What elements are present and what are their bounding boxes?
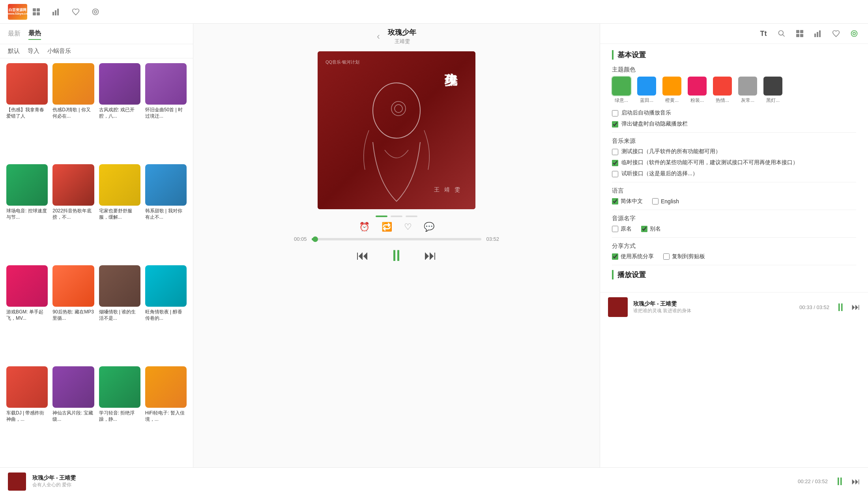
playlist-item[interactable]: 烟嗓情歌 | 谁的生活不是...	[99, 265, 140, 362]
playlist-item[interactable]: 旺角情歌夜 | 醇香传巷的...	[145, 265, 187, 362]
sources-container: 测试接口（几乎软件的所有功能都可用） 临时接口（软件的某些功能不可用，建议测试接…	[612, 148, 856, 177]
bottom-play-button[interactable]: ⏸	[834, 475, 845, 488]
lang-en-checkbox[interactable]	[652, 198, 658, 204]
comment-icon[interactable]: 💬	[424, 222, 434, 232]
bottom-next-button[interactable]: ⏭	[851, 476, 860, 487]
lang-zh-checkbox[interactable]	[612, 198, 618, 204]
playlist-item[interactable]: 2022抖音热歌年底捞，不...	[52, 164, 94, 261]
source-checkbox-temp[interactable]	[612, 160, 618, 166]
color-option-orange[interactable]: 橙黄...	[662, 77, 681, 104]
next-button[interactable]: ⏭	[424, 248, 437, 263]
repeat-icon[interactable]: 🔁	[382, 222, 392, 232]
playback-section-title: 播放设置	[612, 270, 856, 279]
auto-play-checkbox[interactable]	[612, 110, 618, 116]
alarm-icon[interactable]: ⏰	[359, 222, 370, 232]
ctrl-xiaowo[interactable]: 小蜗音乐	[47, 47, 71, 55]
playlist-item[interactable]: 怀旧金曲50首 | 时过境迁...	[145, 63, 187, 159]
right-heart-icon[interactable]	[830, 28, 842, 39]
share-clipboard[interactable]: 复制到剪贴板	[663, 253, 705, 260]
song-title-area: 玫瑰少年 王靖雯	[388, 28, 416, 45]
progress-bar[interactable]	[312, 238, 482, 240]
lang-en[interactable]: English	[652, 198, 679, 204]
playback-play-button[interactable]: ⏸	[835, 301, 846, 314]
lyric-dot-2	[391, 216, 402, 217]
prev-button[interactable]: ⏮	[356, 248, 369, 263]
playlist-item[interactable]: 古风戏腔: 戏已开腔，八...	[99, 63, 140, 159]
ctrl-import[interactable]: 导入	[28, 47, 39, 55]
tab-new[interactable]: 最新	[8, 28, 21, 39]
playback-next-button[interactable]: ⏭	[851, 302, 860, 312]
right-grid-icon[interactable]	[794, 28, 806, 39]
playlist-item[interactable]: 宅家也要舒舒服服，缓解...	[99, 164, 140, 261]
playlist-item[interactable]: 游戏BGM: 单手起飞，MV...	[6, 265, 48, 362]
playlist-thumb	[52, 164, 94, 206]
source-row-trial: 试听接口（这是最后的选择...）	[612, 170, 856, 177]
source-alias[interactable]: 别名	[641, 225, 661, 232]
playlist-item[interactable]: 伤感DJ情歌 | 你又何必在...	[52, 63, 94, 159]
divider-2	[612, 182, 856, 182]
lang-zh[interactable]: 简体中文	[612, 198, 643, 205]
color-swatch-pink	[688, 77, 707, 96]
grid-icon[interactable]	[30, 6, 42, 18]
heart-ctrl-icon[interactable]: ♡	[404, 222, 412, 232]
color-option-blue[interactable]: 蓝田...	[637, 77, 656, 104]
playlist-item[interactable]: HiFi轻电子: 暂入佳境，...	[145, 366, 187, 463]
ctrl-default[interactable]: 默认	[8, 47, 20, 55]
right-bar-chart-icon[interactable]	[812, 28, 824, 39]
bottom-song-title: 玫瑰少年 - 王靖雯	[32, 474, 791, 482]
pause-button[interactable]: ⏸	[389, 247, 404, 264]
color-option-green[interactable]: 绿意...	[612, 77, 631, 104]
playlist-item[interactable]: 【伤感】我拿青春爱错了人	[6, 63, 48, 159]
playlist-label: 宅家也要舒舒服服，缓解...	[99, 208, 140, 220]
hide-bar-checkbox[interactable]	[612, 121, 618, 128]
svg-point-24	[854, 33, 855, 34]
color-option-dark[interactable]: 黑灯...	[763, 77, 782, 104]
top-nav-icons	[30, 6, 101, 18]
share-clipboard-checkbox[interactable]	[663, 253, 670, 260]
right-target-icon[interactable]	[848, 28, 860, 39]
section-title: 基本设置	[612, 50, 856, 60]
playlist-thumb	[145, 164, 187, 206]
right-top-icons: Tt	[600, 24, 868, 44]
playlist-item[interactable]: 90后热歌: 藏在MP3里循...	[52, 265, 94, 362]
playlist-grid: 【伤感】我拿青春爱错了人 伤感DJ情歌 | 你又何必在... 古风戏腔: 戏已开…	[0, 58, 193, 467]
svg-rect-4	[52, 12, 54, 15]
playlist-item[interactable]: 车载DJ | 带感炸街神曲，...	[6, 366, 48, 463]
color-option-pink[interactable]: 粉装...	[688, 77, 707, 104]
playlist-thumb	[99, 164, 140, 206]
text-size-icon[interactable]: Tt	[758, 28, 769, 39]
nav-back[interactable]: ‹	[377, 31, 380, 42]
right-panel: Tt 基本设置 主题颜色	[600, 24, 868, 467]
source-original-checkbox[interactable]	[612, 226, 618, 232]
share-title: 分享方式	[612, 242, 856, 250]
album-brand: QQ音乐·银河计划	[326, 59, 359, 65]
svg-rect-3	[37, 12, 40, 15]
bottom-time: 00:22 / 03:52	[798, 478, 828, 484]
bottom-bar: 玫瑰少年 - 王靖雯 会有人全心的 爱你 00:22 / 03:52 ⏸ ⏭	[0, 467, 868, 495]
settings-section: 基本设置 主题颜色 绿意... 蓝田... 橙黄... 粉装... 热情... …	[600, 44, 868, 292]
playlist-item[interactable]: 学习轻音: 拒绝浮躁，静...	[99, 366, 140, 463]
tab-hot[interactable]: 最热	[28, 28, 41, 40]
color-option-red[interactable]: 热情...	[713, 77, 732, 104]
playlist-label: 游戏BGM: 单手起飞，MV...	[6, 309, 48, 321]
playlist-item[interactable]: 神仙古风片段: 宝藏级...	[52, 366, 94, 463]
source-checkbox-trial[interactable]	[612, 171, 618, 177]
progress-thumb	[312, 236, 318, 242]
bar-chart-icon[interactable]	[50, 6, 62, 18]
source-original[interactable]: 原名	[612, 225, 632, 232]
playback-time: 00:33 / 03:52	[799, 304, 829, 310]
auto-play-label: 启动后自动播放音乐	[621, 109, 671, 116]
source-checkbox-test[interactable]	[612, 149, 618, 155]
share-system-checkbox[interactable]	[612, 253, 618, 260]
svg-rect-19	[814, 34, 816, 37]
target-icon[interactable]	[90, 6, 101, 18]
playlist-item[interactable]: 韩系甜歌 | 我对你有止不...	[145, 164, 187, 261]
right-search-icon[interactable]	[776, 28, 788, 39]
color-name-orange: 橙黄...	[665, 97, 679, 104]
color-option-gray[interactable]: 灰常...	[738, 77, 757, 104]
playlist-item[interactable]: 球场电音: 控球速度与节...	[6, 164, 48, 261]
heart-icon[interactable]	[70, 6, 82, 18]
source-alias-checkbox[interactable]	[641, 226, 647, 232]
share-system[interactable]: 使用系统分享	[612, 253, 654, 260]
hide-bar-row: 弹出键盘时自动隐藏播放栏	[612, 120, 856, 128]
